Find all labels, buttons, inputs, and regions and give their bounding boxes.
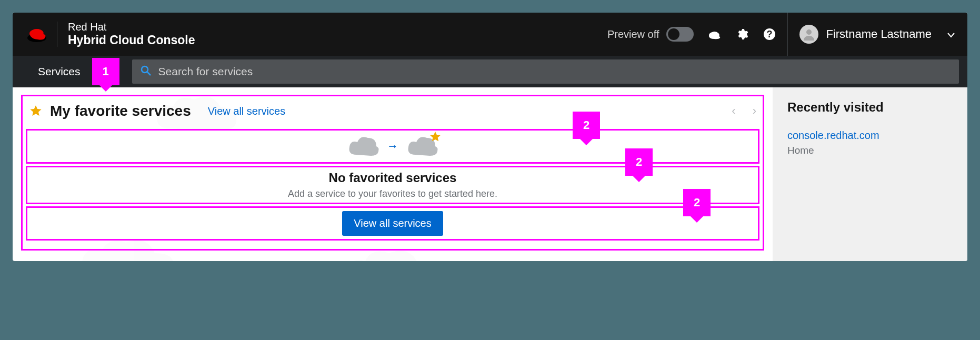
favorites-empty-text: 2 No favorited services Add a service to… xyxy=(26,166,759,204)
services-bar: Services 1 xyxy=(13,56,967,87)
arrow-right-icon: → xyxy=(387,139,398,153)
view-all-services-link[interactable]: View all services xyxy=(208,105,285,117)
masthead-icons: ? xyxy=(707,28,776,41)
cloud-plain-icon xyxy=(347,134,379,159)
view-all-services-button[interactable]: View all services xyxy=(342,211,443,236)
brand-divider xyxy=(57,22,57,47)
main-column: My favorite services View all services ‹… xyxy=(13,87,773,261)
caret-down-icon xyxy=(947,27,955,41)
empty-subtitle: Add a service to your favorites to get s… xyxy=(288,188,497,199)
service-search-input[interactable] xyxy=(158,65,951,78)
user-divider xyxy=(787,13,788,56)
brand-line1: Red Hat xyxy=(68,21,195,33)
callout-marker-2a: 2 xyxy=(573,112,600,139)
callout-marker-2c: 2 xyxy=(683,189,711,216)
favorites-title: My favorite services xyxy=(50,103,191,119)
avatar-icon xyxy=(799,25,818,44)
gear-icon[interactable] xyxy=(736,28,748,41)
services-tab[interactable]: Services xyxy=(13,56,92,87)
preview-toggle[interactable] xyxy=(666,27,694,42)
favorites-header: My favorite services View all services ‹… xyxy=(26,99,759,127)
brand-text: Red Hat Hybrid Cloud Console xyxy=(68,21,195,47)
services-tab-label: Services xyxy=(38,65,81,78)
svg-line-5 xyxy=(147,72,151,75)
svg-point-4 xyxy=(142,66,148,73)
svg-point-3 xyxy=(806,29,812,35)
pager-prev-icon[interactable]: ‹ xyxy=(732,104,735,118)
callout-marker-2b: 2 xyxy=(625,148,653,176)
cloud-star-icon xyxy=(406,134,438,159)
recent-link[interactable]: console.redhat.com xyxy=(787,129,953,142)
brand[interactable]: Red Hat Hybrid Cloud Console xyxy=(25,21,195,47)
star-icon xyxy=(29,104,43,118)
user-menu[interactable]: Firstname Lastname xyxy=(799,25,955,44)
search-icon xyxy=(141,65,151,78)
service-search[interactable] xyxy=(132,59,959,84)
masthead: Red Hat Hybrid Cloud Console Preview off… xyxy=(13,13,967,56)
svg-text:?: ? xyxy=(767,29,773,39)
favorites-empty-action: 2 View all services xyxy=(26,206,759,241)
fedora-hat-icon[interactable] xyxy=(707,29,721,39)
app-frame: Red Hat Hybrid Cloud Console Preview off… xyxy=(13,13,967,261)
empty-title: No favorited services xyxy=(329,171,457,185)
favorites-panel: My favorite services View all services ‹… xyxy=(21,95,764,251)
sidebar: Recently visited console.redhat.com Home xyxy=(773,87,967,261)
help-icon[interactable]: ? xyxy=(763,28,776,41)
redhat-logo-icon xyxy=(25,25,48,43)
content-row: My favorite services View all services ‹… xyxy=(13,87,967,261)
callout-marker-1: 1 xyxy=(92,58,119,85)
preview-label: Preview off xyxy=(607,28,659,41)
recent-sub: Home xyxy=(787,145,953,156)
user-name: Firstname Lastname xyxy=(826,27,932,41)
favorites-pager: ‹ › xyxy=(732,104,756,118)
sidebar-title: Recently visited xyxy=(787,100,953,115)
pager-next-icon[interactable]: › xyxy=(753,104,756,118)
preview-toggle-group: Preview off xyxy=(607,27,694,42)
brand-line2: Hybrid Cloud Console xyxy=(68,33,195,47)
